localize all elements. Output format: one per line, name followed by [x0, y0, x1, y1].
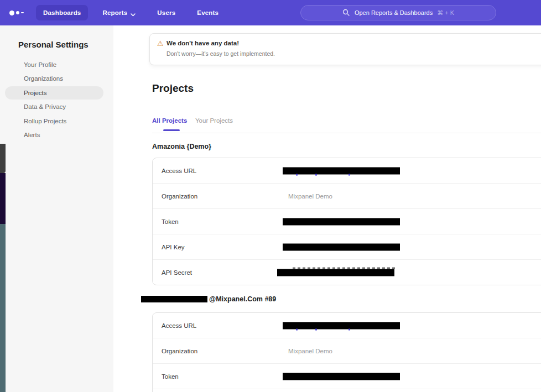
table-row-organization: Organization Mixpanel Demo [153, 338, 541, 364]
sidebar-nav-list: Your Profile Organizations Projects Data… [0, 58, 113, 142]
tab-all-projects[interactable]: All Projects [152, 117, 187, 124]
edge-strip-dark-tab [0, 144, 6, 173]
alert-subtitle: Don't worry—it's easy to get implemented… [167, 50, 275, 57]
redacted-link-descenders [283, 328, 400, 330]
redacted-link-descenders [283, 174, 400, 175]
alert-title: We don't have any data! [167, 40, 239, 46]
field-label: API Secret [162, 269, 192, 276]
field-label: API Key [162, 244, 185, 250]
sidebar-item-projects[interactable]: Projects [0, 86, 113, 100]
edge-strip-purple [0, 173, 6, 224]
edge-strip-teal [0, 224, 6, 392]
nav-reports[interactable]: Reports [95, 5, 143, 20]
field-label: Access URL [162, 168, 196, 174]
sidebar-title: Personal Settings [18, 40, 89, 49]
no-data-alert-banner: ⚠ We don't have any data! Don't worry—it… [149, 33, 541, 65]
project-details-card: Access URL Organization Mixpanel Demo To… [152, 158, 541, 285]
project-title: Amazonia {Demo} [152, 143, 211, 150]
table-row-api-key: API Key [153, 234, 541, 260]
table-row-token: Token [153, 364, 541, 389]
logo-dot-medium [16, 11, 19, 14]
project-details-card: Access URL Organization Mixpanel Demo To… [152, 312, 541, 392]
logo-dash-small [21, 12, 24, 14]
redacted-text-peek [293, 268, 396, 269]
global-search-button[interactable]: Open Reports & Dashboards ⌘ + K [300, 5, 496, 20]
search-shortcut: ⌘ + K [437, 9, 454, 17]
sidebar-item-organizations[interactable]: Organizations [0, 72, 113, 86]
redacted-value [283, 167, 400, 174]
nav-events[interactable]: Events [190, 5, 226, 20]
table-row-access-url: Access URL [153, 313, 541, 338]
table-row-partial [153, 389, 541, 392]
redacted-value [283, 373, 400, 380]
sidebar-item-alerts[interactable]: Alerts [0, 128, 113, 143]
sidebar-item-your-profile[interactable]: Your Profile [0, 58, 113, 72]
tab-your-projects[interactable]: Your Projects [195, 117, 233, 124]
redacted-project-name [141, 296, 207, 302]
field-label: Token [162, 373, 179, 380]
main-content: ⚠ We don't have any data! Don't worry—it… [113, 25, 541, 392]
field-label: Organization [162, 348, 197, 354]
redacted-value [283, 243, 400, 250]
sidebar-item-rollup-projects[interactable]: Rollup Projects [0, 114, 113, 128]
settings-sidebar: Personal Settings Your Profile Organizat… [0, 25, 113, 392]
table-row-token: Token [153, 209, 541, 234]
tabs-divider [152, 133, 541, 133]
field-value: Mixpanel Demo [288, 348, 332, 354]
field-value: Mixpanel Demo [288, 193, 332, 200]
nav-reports-label: Reports [102, 9, 127, 16]
chevron-down-icon [131, 11, 136, 14]
field-label: Token [162, 218, 179, 225]
redacted-value [283, 322, 400, 329]
project-title: @Mixpanel.Com #89 [141, 295, 276, 303]
field-label: Access URL [162, 322, 196, 329]
top-navigation-bar: Dashboards Reports Users Events Open Rep… [0, 0, 541, 25]
nav-users[interactable]: Users [150, 5, 183, 20]
field-label: Organization [162, 193, 197, 200]
primary-nav: Dashboards Reports Users Events [36, 5, 233, 20]
logo-dot-large [9, 11, 14, 15]
table-row-api-secret: API Secret [153, 260, 541, 285]
redacted-value [277, 269, 394, 276]
search-placeholder: Open Reports & Dashboards [355, 9, 433, 16]
nav-dashboards[interactable]: Dashboards [36, 5, 88, 20]
table-row-access-url: Access URL [153, 158, 541, 184]
warning-icon: ⚠ [157, 39, 164, 48]
sidebar-item-data-privacy[interactable]: Data & Privacy [0, 100, 113, 114]
active-tab-indicator [163, 129, 180, 131]
mixpanel-logo[interactable] [9, 11, 29, 15]
search-icon [342, 9, 350, 17]
redacted-value [283, 218, 400, 225]
page-title: Projects [152, 82, 194, 95]
table-row-organization: Organization Mixpanel Demo [153, 184, 541, 209]
